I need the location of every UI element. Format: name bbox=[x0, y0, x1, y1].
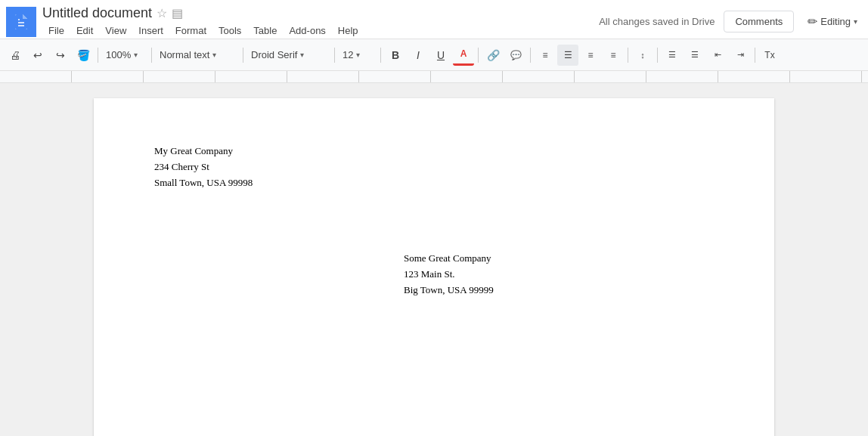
numbered-list-button[interactable]: ☰ bbox=[684, 45, 705, 66]
editing-label: Editing bbox=[820, 16, 851, 27]
font-chevron: ▾ bbox=[300, 51, 304, 59]
menu-insert[interactable]: Insert bbox=[132, 23, 169, 39]
font-value: Droid Serif bbox=[251, 49, 297, 60]
menu-addons[interactable]: Add-ons bbox=[283, 23, 331, 39]
menu-table[interactable]: Table bbox=[247, 23, 283, 39]
doc-title-row: Untitled document ☆ ▤ bbox=[42, 5, 599, 21]
decrease-indent-button[interactable]: ⇤ bbox=[707, 45, 728, 66]
font-select[interactable]: Droid Serif ▾ bbox=[247, 45, 330, 66]
pencil-icon: ✏ bbox=[808, 14, 817, 29]
page: My Great Company 234 Cherry St Small Tow… bbox=[94, 98, 774, 436]
line-spacing-button[interactable]: ↕ bbox=[632, 45, 653, 66]
link-button[interactable]: 🔗 bbox=[482, 45, 504, 66]
clear-formatting-button[interactable]: Tx bbox=[759, 45, 780, 66]
separator-8 bbox=[628, 48, 628, 63]
editing-button[interactable]: ✏ Editing ▾ bbox=[803, 11, 862, 32]
align-left-button[interactable]: ≡ bbox=[535, 45, 556, 66]
zoom-value: 100% bbox=[106, 49, 131, 60]
underline-button[interactable]: U bbox=[430, 45, 451, 66]
document-area[interactable]: My Great Company 234 Cherry St Small Tow… bbox=[0, 83, 868, 436]
save-status: All changes saved in Drive bbox=[599, 16, 715, 27]
separator-9 bbox=[657, 48, 658, 63]
separator-6 bbox=[478, 48, 479, 63]
text-color-button[interactable]: A bbox=[453, 45, 474, 66]
comments-button[interactable]: Comments bbox=[724, 11, 794, 32]
title-bar: Untitled document ☆ ▤ File Edit View Ins… bbox=[0, 0, 868, 39]
recipient-line3[interactable]: Big Town, USA 99999 bbox=[404, 283, 714, 298]
menu-tools[interactable]: Tools bbox=[212, 23, 247, 39]
size-chevron: ▾ bbox=[356, 51, 360, 59]
menu-format[interactable]: Format bbox=[169, 23, 212, 39]
star-icon[interactable]: ☆ bbox=[157, 6, 167, 20]
editing-chevron: ▾ bbox=[854, 17, 857, 26]
style-chevron: ▾ bbox=[212, 51, 216, 59]
style-value: Normal text bbox=[160, 49, 209, 60]
justify-button[interactable]: ≡ bbox=[603, 45, 624, 66]
ruler-inner bbox=[0, 71, 868, 82]
right-controls: All changes saved in Drive Comments ✏ Ed… bbox=[599, 11, 862, 32]
style-select[interactable]: Normal text ▾ bbox=[156, 45, 239, 66]
print-button[interactable]: 🖨 bbox=[5, 45, 26, 66]
separator-2 bbox=[151, 48, 152, 63]
recipient-line1[interactable]: Some Great Company bbox=[404, 251, 714, 267]
separator-5 bbox=[380, 48, 381, 63]
toolbar: 🖨 ↩ ↪ 🪣 100% ▾ Normal text ▾ Droid Serif… bbox=[0, 39, 868, 71]
menu-file[interactable]: File bbox=[42, 23, 70, 39]
italic-button[interactable]: I bbox=[408, 45, 429, 66]
title-section: Untitled document ☆ ▤ File Edit View Ins… bbox=[42, 5, 599, 39]
separator-10 bbox=[755, 48, 755, 63]
sender-line2[interactable]: 234 Cherry St bbox=[154, 159, 714, 175]
paint-format-button[interactable]: 🪣 bbox=[73, 45, 94, 66]
menu-view[interactable]: View bbox=[99, 23, 132, 39]
sender-line3[interactable]: Small Town, USA 99998 bbox=[154, 175, 714, 191]
doc-title[interactable]: Untitled document bbox=[42, 5, 152, 21]
app-icon bbox=[6, 7, 36, 37]
bold-button[interactable]: B bbox=[385, 45, 406, 66]
menu-edit[interactable]: Edit bbox=[70, 23, 99, 39]
align-center-button[interactable]: ☰ bbox=[557, 45, 578, 66]
separator-1 bbox=[98, 48, 98, 63]
menu-bar: File Edit View Insert Format Tools Table… bbox=[42, 23, 599, 39]
comment-button[interactable]: 💬 bbox=[505, 45, 526, 66]
sender-block: My Great Company 234 Cherry St Small Tow… bbox=[154, 144, 714, 190]
recipient-line2[interactable]: 123 Main St. bbox=[404, 267, 714, 283]
size-select[interactable]: 12 ▾ bbox=[339, 45, 377, 66]
recipient-block: Some Great Company 123 Main St. Big Town… bbox=[404, 251, 714, 298]
ruler bbox=[0, 71, 868, 83]
separator-4 bbox=[334, 48, 335, 63]
separator-3 bbox=[243, 48, 243, 63]
sender-line1[interactable]: My Great Company bbox=[154, 144, 714, 159]
redo-button[interactable]: ↪ bbox=[50, 45, 71, 66]
menu-help[interactable]: Help bbox=[332, 23, 364, 39]
size-value: 12 bbox=[343, 49, 353, 60]
undo-button[interactable]: ↩ bbox=[27, 45, 48, 66]
bullet-list-button[interactable]: ☰ bbox=[662, 45, 683, 66]
zoom-select[interactable]: 100% ▾ bbox=[102, 45, 147, 66]
align-right-button[interactable]: ≡ bbox=[580, 45, 601, 66]
separator-7 bbox=[530, 48, 531, 63]
increase-indent-button[interactable]: ⇥ bbox=[730, 45, 751, 66]
zoom-chevron: ▾ bbox=[134, 51, 138, 59]
folder-icon[interactable]: ▤ bbox=[172, 6, 183, 20]
